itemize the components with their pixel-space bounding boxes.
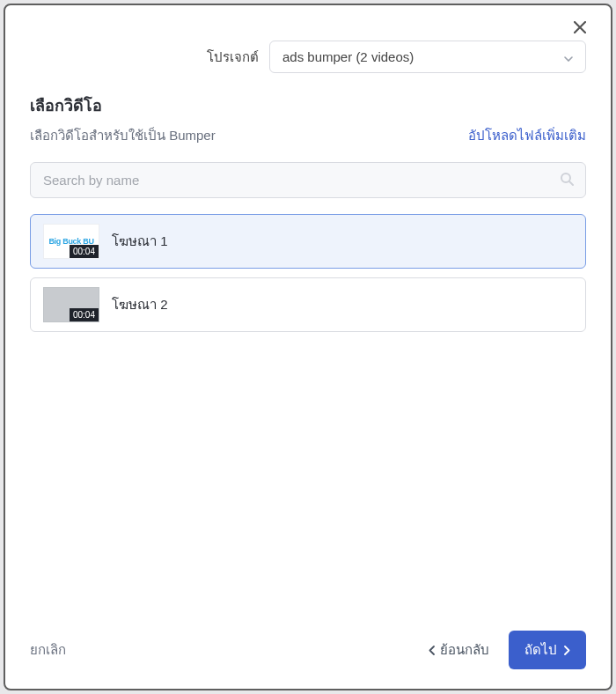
chevron-left-icon: [429, 646, 435, 655]
next-button[interactable]: ถัดไป: [509, 631, 586, 669]
next-label: ถัดไป: [524, 639, 557, 661]
section-title: เลือกวิดีโอ: [30, 92, 586, 118]
duration-badge: 00:04: [70, 308, 99, 321]
close-icon: [574, 21, 586, 33]
back-button[interactable]: ย้อนกลับ: [429, 639, 489, 661]
footer-right-group: ย้อนกลับ ถัดไป: [429, 631, 586, 669]
upload-more-link[interactable]: อัปโหลดไฟล์เพิ่มเติม: [468, 125, 586, 146]
project-label: โปรเจกต์: [207, 47, 259, 68]
select-video-modal: โปรเจกต์ ads bumper (2 videos) เลือกวิดี…: [4, 4, 612, 690]
chevron-down-icon: [564, 49, 573, 64]
back-label: ย้อนกลับ: [440, 639, 489, 661]
video-item[interactable]: Big Buck BU 00:04 โฆษณา 1: [30, 214, 586, 269]
project-select[interactable]: ads bumper (2 videos): [269, 41, 586, 73]
search-container: [30, 162, 586, 198]
video-list: Big Buck BU 00:04 โฆษณา 1 00:04 โฆษณา 2: [30, 214, 586, 332]
video-name: โฆษณา 1: [112, 231, 168, 252]
section-sub-row: เลือกวิดีโอสำหรับใช้เป็น Bumper อัปโหลดไ…: [30, 125, 586, 146]
modal-close-row: [30, 21, 586, 41]
close-button[interactable]: [574, 21, 586, 33]
section-subtitle: เลือกวิดีโอสำหรับใช้เป็น Bumper: [30, 125, 216, 146]
project-select-value: ads bumper (2 videos): [282, 49, 414, 64]
video-item[interactable]: 00:04 โฆษณา 2: [30, 277, 586, 332]
svg-line-1: [569, 181, 573, 185]
project-selector-row: โปรเจกต์ ads bumper (2 videos): [30, 41, 586, 73]
chevron-right-icon: [564, 646, 570, 655]
cancel-button[interactable]: ยกเลิก: [30, 639, 66, 661]
video-thumbnail: 00:04: [43, 287, 99, 322]
search-icon: [560, 172, 574, 189]
video-name: โฆษณา 2: [112, 294, 168, 315]
duration-badge: 00:04: [70, 245, 99, 258]
modal-footer: ยกเลิก ย้อนกลับ ถัดไป: [30, 613, 586, 669]
search-input[interactable]: [30, 162, 586, 198]
video-thumbnail: Big Buck BU 00:04: [43, 224, 99, 259]
